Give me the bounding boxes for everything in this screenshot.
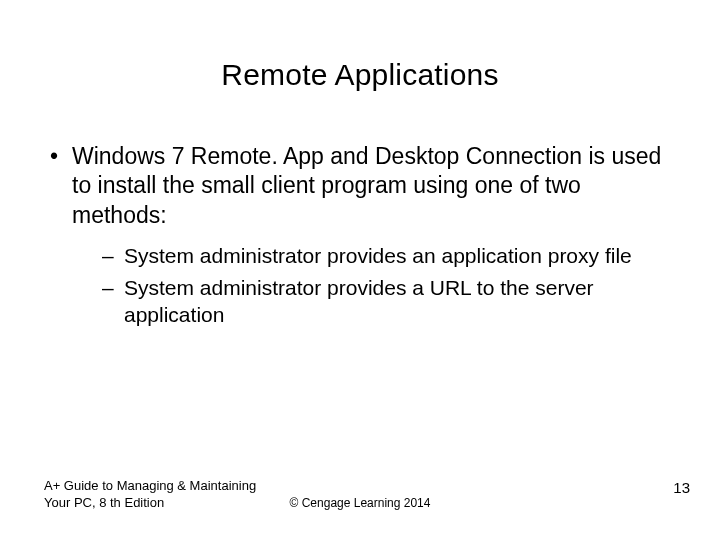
footer-copyright: © Cengage Learning 2014 xyxy=(0,496,720,510)
slide-title: Remote Applications xyxy=(0,58,720,92)
footer-page-number: 13 xyxy=(673,479,690,496)
slide: Remote Applications Windows 7 Remote. Ap… xyxy=(0,0,720,540)
bullet-text: Windows 7 Remote. App and Desktop Connec… xyxy=(72,143,661,228)
sub-bullet-list: System administrator provides an applica… xyxy=(72,242,680,328)
slide-body: Windows 7 Remote. App and Desktop Connec… xyxy=(0,142,720,328)
bullet-item: Windows 7 Remote. App and Desktop Connec… xyxy=(44,142,680,328)
footer-line1: A+ Guide to Managing & Maintaining xyxy=(44,478,256,493)
sub-bullet-text: System administrator provides an applica… xyxy=(124,244,632,267)
sub-bullet-item: System administrator provides a URL to t… xyxy=(72,274,680,329)
sub-bullet-item: System administrator provides an applica… xyxy=(72,242,680,269)
bullet-list: Windows 7 Remote. App and Desktop Connec… xyxy=(44,142,680,328)
sub-bullet-text: System administrator provides a URL to t… xyxy=(124,276,594,326)
footer: A+ Guide to Managing & Maintaining Your … xyxy=(0,472,720,512)
